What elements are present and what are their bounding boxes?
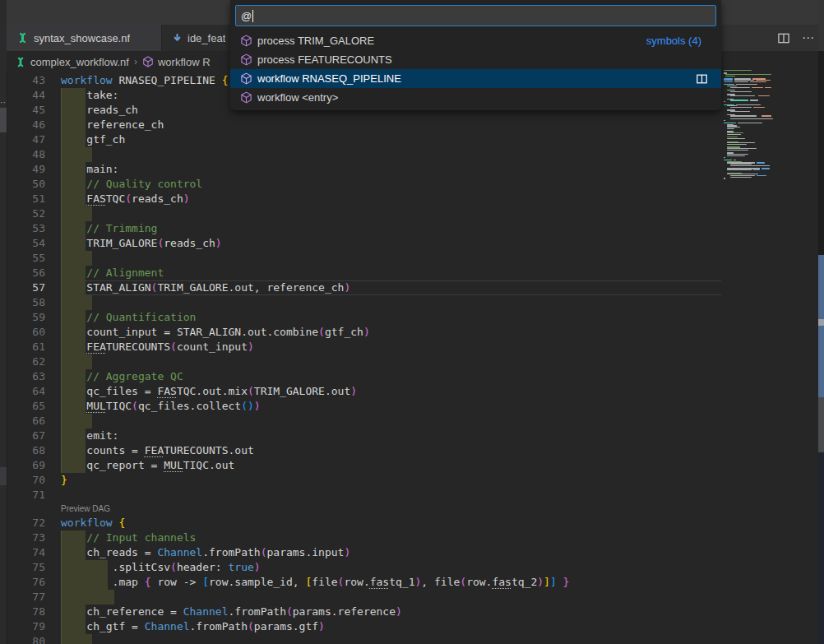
codelens-preview-dag[interactable]: Preview DAG bbox=[7, 503, 721, 516]
breadcrumb-symbol[interactable]: workflow R bbox=[158, 56, 211, 68]
code-line-text[interactable]: main: bbox=[61, 162, 721, 177]
indent-highlight bbox=[61, 414, 92, 429]
code-line[interactable]: 63 // Aggregate QC bbox=[7, 369, 721, 384]
code-line-text[interactable] bbox=[61, 295, 721, 310]
line-number: 68 bbox=[7, 443, 45, 458]
code-line[interactable]: 75 .splitCsv(header: true) bbox=[7, 560, 721, 575]
code-line[interactable]: 48 bbox=[7, 147, 721, 162]
minimap[interactable] bbox=[724, 70, 817, 189]
line-number: 61 bbox=[7, 340, 45, 354]
code-line[interactable]: 78 ch_reference = Channel.fromPath(param… bbox=[7, 605, 721, 619]
quickpick-input[interactable]: @ bbox=[235, 5, 716, 26]
code-line[interactable]: 55 bbox=[7, 251, 721, 266]
code-line-text[interactable]: ch_reads = Channel.fromPath(params.input… bbox=[61, 545, 721, 560]
code-line-text[interactable] bbox=[61, 206, 721, 221]
tab-syntax-showcase[interactable]: syntax_showcase.nf bbox=[7, 25, 162, 51]
code-line-text[interactable]: TRIM_GALORE(reads_ch) bbox=[61, 236, 721, 251]
breadcrumb-file[interactable]: complex_workflow.nf bbox=[30, 56, 129, 68]
code-line[interactable]: 72workflow { bbox=[7, 516, 721, 530]
code-line-text[interactable]: STAR_ALIGN(TRIM_GALORE.out, reference_ch… bbox=[61, 280, 721, 295]
code-line-text[interactable] bbox=[61, 251, 721, 266]
code-line[interactable]: 80 bbox=[7, 634, 721, 644]
code-line[interactable]: 62 bbox=[7, 354, 721, 369]
nextflow-file-icon bbox=[15, 57, 26, 67]
activity-bar-item[interactable] bbox=[0, 467, 7, 485]
code-editor[interactable]: 43workflow RNASEQ_PIPELINE {44 take:45 r… bbox=[7, 73, 721, 644]
code-line-text[interactable] bbox=[61, 147, 721, 162]
code-line[interactable]: 73 // Input channels bbox=[7, 530, 721, 545]
code-line-text[interactable]: .map { row -> [row.sample_id, [file(row.… bbox=[61, 575, 721, 590]
code-line[interactable]: 76 .map { row -> [row.sample_id, [file(r… bbox=[7, 575, 721, 590]
quickpick-item-workflow-entry[interactable]: workflow <entry> bbox=[230, 88, 721, 107]
code-line-text[interactable]: // Trimming bbox=[61, 221, 721, 236]
minimap-line bbox=[730, 100, 748, 100]
code-line-text[interactable]: MULTIQC(qc_files.collect()) bbox=[61, 399, 721, 414]
code-line[interactable]: 70} bbox=[7, 473, 721, 488]
overflow-menu-icon[interactable]: ⋯ bbox=[0, 98, 7, 106]
code-line-text[interactable]: qc_report = MULTIQC.out bbox=[61, 458, 721, 473]
indent-highlight bbox=[61, 251, 92, 266]
code-line-text[interactable]: qc_files = FASTQC.out.mix(TRIM_GALORE.ou… bbox=[61, 384, 721, 399]
code-line-text[interactable] bbox=[61, 414, 721, 429]
code-line-text[interactable]: } bbox=[61, 473, 721, 488]
code-line[interactable]: 50 // Quality control bbox=[7, 177, 721, 192]
code-line[interactable]: 59 // Quantification bbox=[7, 310, 721, 325]
minimap-line bbox=[724, 81, 733, 82]
code-line[interactable]: 71 bbox=[7, 488, 721, 503]
background-window-segment bbox=[818, 326, 824, 397]
code-line[interactable]: 77 bbox=[7, 590, 721, 605]
activity-bar-active-item[interactable] bbox=[0, 108, 7, 132]
code-line[interactable]: 46 reference_ch bbox=[7, 118, 721, 132]
code-line-text[interactable] bbox=[61, 590, 721, 605]
line-number: 63 bbox=[7, 369, 45, 384]
code-line-text[interactable] bbox=[61, 634, 721, 644]
code-line-text[interactable]: ch_reference = Channel.fromPath(params.r… bbox=[61, 605, 721, 619]
code-line-text[interactable]: // Quantification bbox=[61, 310, 721, 325]
code-line[interactable]: 61 FEATURECOUNTS(count_input) bbox=[7, 340, 721, 354]
vscode-window: { "tabs": { "tab1": { "label": "syntax_s… bbox=[0, 0, 824, 644]
code-line[interactable]: 51 FASTQC(reads_ch) bbox=[7, 192, 721, 206]
open-to-side-icon[interactable] bbox=[696, 73, 713, 85]
code-line-text[interactable]: reference_ch bbox=[61, 118, 721, 132]
code-line-text[interactable]: emit: bbox=[61, 429, 721, 443]
code-line-text[interactable]: ch_gtf = Channel.fromPath(params.gtf) bbox=[61, 619, 721, 634]
minimap-line bbox=[730, 91, 752, 92]
code-line[interactable]: 66 bbox=[7, 414, 721, 429]
code-line-text[interactable]: counts = FEATURECOUNTS.out bbox=[61, 443, 721, 458]
code-line[interactable]: 74 ch_reads = Channel.fromPath(params.in… bbox=[7, 545, 721, 560]
more-actions-icon[interactable]: ⋯ bbox=[802, 34, 816, 42]
quickpick-item-rnaseq-pipeline-selected[interactable]: workflow RNASEQ_PIPELINE bbox=[230, 69, 721, 88]
quickpick-item-featurecounts[interactable]: process FEATURECOUNTS bbox=[230, 50, 721, 69]
code-line[interactable]: 53 // Trimming bbox=[7, 221, 721, 236]
code-line-text[interactable]: // Alignment bbox=[61, 266, 721, 280]
code-line[interactable]: 60 count_input = STAR_ALIGN.out.combine(… bbox=[7, 325, 721, 340]
code-line[interactable]: 54 TRIM_GALORE(reads_ch) bbox=[7, 236, 721, 251]
code-line-text[interactable]: FASTQC(reads_ch) bbox=[61, 192, 721, 206]
code-line-text[interactable]: FEATURECOUNTS(count_input) bbox=[61, 340, 721, 354]
code-line[interactable]: 65 MULTIQC(qc_files.collect()) bbox=[7, 399, 721, 414]
code-line-text[interactable] bbox=[61, 488, 721, 503]
code-line[interactable]: 67 emit: bbox=[7, 429, 721, 443]
line-number: 80 bbox=[7, 634, 45, 644]
code-line-text[interactable]: workflow { bbox=[61, 516, 721, 530]
code-line[interactable]: 49 main: bbox=[7, 162, 721, 177]
code-line[interactable]: 57 STAR_ALIGN(TRIM_GALORE.out, reference… bbox=[7, 280, 721, 295]
code-line[interactable]: 69 qc_report = MULTIQC.out bbox=[7, 458, 721, 473]
code-line[interactable]: 56 // Alignment bbox=[7, 266, 721, 280]
code-line[interactable]: 68 counts = FEATURECOUNTS.out bbox=[7, 443, 721, 458]
code-line[interactable]: 64 qc_files = FASTQC.out.mix(TRIM_GALORE… bbox=[7, 384, 721, 399]
code-line-text[interactable]: count_input = STAR_ALIGN.out.combine(gtf… bbox=[61, 325, 721, 340]
quickpick-item-trim-galore[interactable]: process TRIM_GALORE symbols (4) bbox=[230, 31, 721, 50]
code-line[interactable]: 79 ch_gtf = Channel.fromPath(params.gtf) bbox=[7, 619, 721, 634]
minimap-line bbox=[762, 115, 771, 116]
code-line[interactable]: 52 bbox=[7, 206, 721, 221]
code-line-text[interactable]: gtf_ch bbox=[61, 132, 721, 147]
code-line-text[interactable] bbox=[61, 354, 721, 369]
code-line-text[interactable]: .splitCsv(header: true) bbox=[61, 560, 721, 575]
code-line-text[interactable]: // Quality control bbox=[61, 177, 721, 192]
split-editor-icon[interactable] bbox=[777, 32, 790, 44]
code-line-text[interactable]: // Input channels bbox=[61, 530, 721, 545]
code-line-text[interactable]: // Aggregate QC bbox=[61, 369, 721, 384]
code-line[interactable]: 47 gtf_ch bbox=[7, 132, 721, 147]
code-line[interactable]: 58 bbox=[7, 295, 721, 310]
